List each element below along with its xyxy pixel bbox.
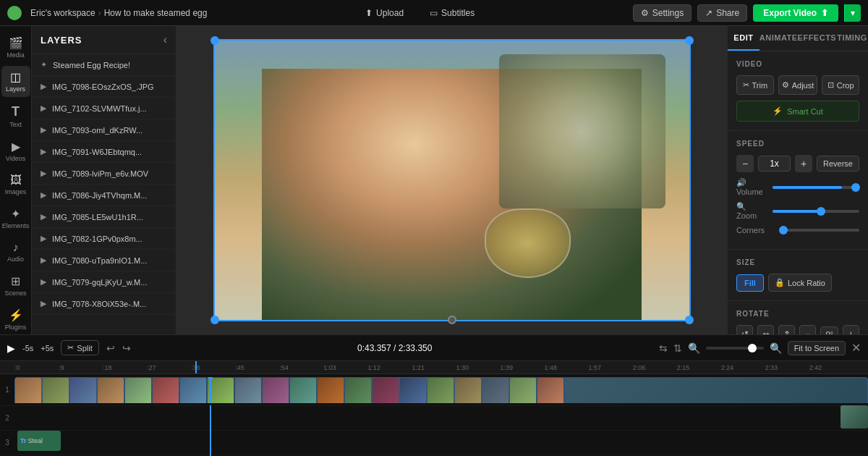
corners-label: Corners [736,226,774,235]
corners-slider[interactable] [780,229,859,232]
undo-button[interactable]: ↩ [106,342,115,354]
ruler-mark-4: :36 [191,364,235,371]
sidebar-item-text[interactable]: T Text [1,100,30,132]
settings-button[interactable]: ⚙ Settings [633,4,692,22]
timeline-settings-button[interactable]: ⇆ [659,342,668,354]
sidebar-item-audio[interactable]: ♪ Audio [1,237,30,267]
sidebar-item-media[interactable]: 🎬 Media [1,32,30,63]
timestamp-display: 0:43.357 / 2:33.350 [138,343,652,353]
rotate-ccw-button[interactable]: ↺ [736,325,753,334]
timeline-right-controls: ⇆ ⇅ 🔍 🔍 Fit to Screen ✕ [659,341,861,355]
ruler-mark-6: :54 [279,364,323,371]
sidebar-item-images[interactable]: 🖼 Images [1,169,30,200]
rotate-degree: 0° [820,326,838,334]
layer-item-0[interactable]: ✦ Steamed Egg Recipe! [32,54,176,76]
sidebar-item-videos[interactable]: ▶ Videos [1,135,30,166]
export-icon: ⬆ [821,8,828,18]
zoom-thumb[interactable] [817,207,825,216]
rewind-5s-button[interactable]: -5s [22,344,33,352]
redo-button[interactable]: ↪ [122,342,131,354]
forward-5s-button[interactable]: +5s [41,344,54,352]
layers-panel: LAYERS ‹ ✦ Steamed Egg Recipe! ▶ IMG_709… [32,26,176,334]
time-separator: / [393,343,399,353]
sidebar-item-scenes[interactable]: ⊞ Scenes [1,270,30,301]
trim-button[interactable]: ✂ Trim [736,75,774,95]
tab-timing[interactable]: TIMING [836,26,868,51]
crop-button[interactable]: ⊡ Crop [822,75,859,95]
fit-screen-button[interactable]: Fit to Screen [788,341,846,355]
volume-thumb[interactable] [851,183,860,192]
clip-thumb-7 [180,378,206,403]
sidebar-item-plugins[interactable]: ⚡ Plugins [1,304,30,334]
layer-item-11[interactable]: ▶ IMG_7078-X8OiX53e-.M... [32,293,176,315]
track-content-1[interactable] [14,377,868,403]
play-button[interactable]: ▶ [7,342,15,354]
split-button[interactable]: ✂ Split [61,340,98,355]
rotate-controls: ↺ ⇔ ⇕ − 0° + [736,325,859,334]
tab-animate[interactable]: ANIMATE [760,26,798,51]
corners-thumb[interactable] [779,226,788,235]
timeline-zoom-slider[interactable] [706,347,764,350]
handle-top-right[interactable] [685,36,694,45]
track3-text-clip[interactable]: Tr Steal [17,431,61,451]
zoom-slider[interactable] [773,210,859,213]
lock-ratio-button[interactable]: 🔒 Lock Ratio [768,274,832,292]
ruler-mark-17: 2:33 [765,364,809,371]
layer-name-5: IMG_7089-lviPm_e6v.MOV [52,169,148,178]
layer-item-10[interactable]: ▶ IMG_7079-gqLjKyU_w.M... [32,271,176,293]
handle-top-left[interactable] [210,36,219,45]
speed-section-title: SPEED [736,140,859,148]
smart-cut-button[interactable]: ⚡ Smart Cut [736,101,859,122]
layer-item-1[interactable]: ▶ IMG_7098-EOszZxOS_.JPG [32,76,176,98]
rotate-minus-button[interactable]: − [799,325,816,334]
fill-button[interactable]: Fill [736,274,764,292]
export-dropdown-button[interactable]: ▾ [844,4,861,22]
speed-increase-button[interactable]: + [795,155,812,172]
layers-close-button[interactable]: ‹ [163,33,167,46]
layer-item-7[interactable]: ▶ IMG_7085-LE5wU1h1R... [32,206,176,228]
track-content-2[interactable] [14,405,868,431]
sidebar-item-layers[interactable]: ◫ Layers [1,66,30,97]
workspace-name[interactable]: Eric's workspace [30,8,95,18]
rotate-plus-button[interactable]: + [843,325,859,334]
upload-label: Upload [376,8,404,18]
clip-thumb-2 [43,378,69,403]
clip-thumb-12 [318,378,344,403]
playhead-marker [208,377,213,380]
tab-edit[interactable]: EDIT [728,26,760,51]
volume-slider[interactable] [773,186,859,189]
share-button[interactable]: ↗ Share [697,4,747,22]
layer-item-5[interactable]: ▶ IMG_7089-lviPm_e6v.MOV [32,163,176,185]
layer-item-3[interactable]: ▶ IMG_7093-omI_dKzRW... [32,119,176,141]
handle-bottom-center[interactable] [448,316,456,324]
layer-item-8[interactable]: ▶ IMG_7082-1GPv0px8m... [32,228,176,250]
layer-item-4[interactable]: ▶ IMG_7091-W6JEbtqmq... [32,141,176,163]
timeline-close-button[interactable]: ✕ [851,341,861,355]
sidebar-item-elements[interactable]: ✦ Elements [1,203,30,234]
adjust-button[interactable]: ⚙ Adjust [778,75,818,95]
handle-bottom-left[interactable] [210,316,219,324]
flip-v-button[interactable]: ⇕ [778,325,795,334]
reverse-button[interactable]: Reverse [817,156,859,172]
upload-button[interactable]: ⬆ Upload [359,5,409,21]
speed-section: SPEED − 1x + Reverse 🔊 Volume [728,131,868,250]
layer-item-6[interactable]: ▶ IMG_7086-Jiy4TVhqm.M... [32,185,176,206]
video-section: VIDEO ✂ Trim ⚙ Adjust ⊡ Crop ⚡ Smart Cut [728,51,868,131]
speed-decrease-button[interactable]: − [736,155,754,172]
export-video-button[interactable]: Export Video ⬆ [753,4,838,22]
media-label: Media [7,51,25,59]
timeline-sync-button[interactable]: ⇅ [673,342,682,354]
tab-effects[interactable]: EFFECTS [798,26,837,51]
layer-name-9: IMG_7080-uTpa9nIO1.M... [52,256,147,265]
zoom-out-button[interactable]: 🔍 [688,342,700,354]
project-name[interactable]: How to make steamed egg [104,8,208,18]
handle-bottom-right[interactable] [685,316,694,324]
subtitles-button[interactable]: ▭ Subtitles [424,5,480,21]
canvas-frame[interactable] [213,39,691,321]
track-content-3[interactable]: Tr Steal [14,430,868,456]
zoom-in-button[interactable]: 🔍 [770,342,782,354]
layer-item-9[interactable]: ▶ IMG_7080-uTpa9nIO1.M... [32,250,176,271]
flip-h-button[interactable]: ⇔ [757,325,774,334]
layer-item-2[interactable]: ▶ IMG_7102-SLVMWTfux.j... [32,98,176,119]
timeline-zoom-thumb[interactable] [748,344,757,352]
